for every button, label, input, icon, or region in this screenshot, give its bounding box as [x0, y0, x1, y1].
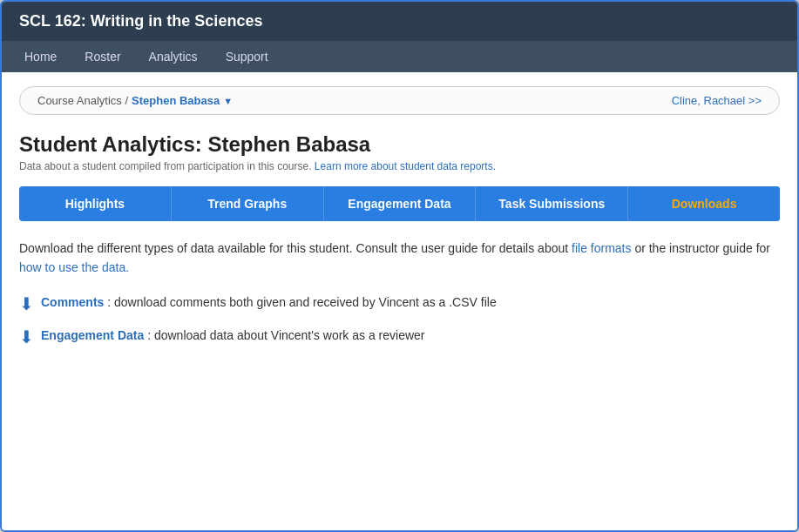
tabs-bar: Highlights Trend Graphs Engagement Data … — [19, 186, 780, 221]
page-subtext-text: Data about a student compiled from parti… — [19, 160, 312, 172]
comments-download-desc: : download comments both given and recei… — [107, 295, 496, 309]
comments-download-link[interactable]: Comments — [41, 295, 104, 309]
download-item-comments: ⬇ Comments : download comments both give… — [19, 295, 780, 314]
breadcrumb: Course Analytics / Stephen Babasa ▼ Clin… — [19, 86, 780, 115]
how-to-use-link[interactable]: how to use the data. — [19, 260, 129, 274]
breadcrumb-current[interactable]: Stephen Babasa — [132, 94, 220, 107]
description-text: Download the different types of data ava… — [19, 239, 780, 278]
nav-support[interactable]: Support — [212, 41, 282, 72]
tab-downloads[interactable]: Downloads — [628, 186, 780, 221]
breadcrumb-next-student[interactable]: Cline, Rachael >> — [672, 94, 762, 107]
breadcrumb-prefix: Course Analytics / — [37, 94, 128, 107]
nav-analytics[interactable]: Analytics — [135, 41, 212, 72]
download-item-engagement: ⬇ Engagement Data : download data about … — [19, 328, 780, 347]
app-header: SCL 162: Writing in the Sciences — [2, 2, 797, 41]
learn-more-link[interactable]: Learn more about student data reports. — [315, 160, 496, 172]
download-item-content-2: Engagement Data : download data about Vi… — [41, 328, 425, 342]
main-content: Course Analytics / Stephen Babasa ▼ Clin… — [2, 72, 797, 530]
breadcrumb-dropdown-arrow[interactable]: ▼ — [223, 96, 233, 106]
page-subtext: Data about a student compiled from parti… — [19, 160, 780, 172]
tab-trend-graphs[interactable]: Trend Graphs — [172, 186, 324, 221]
tab-highlights[interactable]: Highlights — [19, 186, 172, 221]
tab-task-submissions[interactable]: Task Submissions — [476, 186, 628, 221]
download-item-content: Comments : download comments both given … — [41, 295, 497, 309]
download-icon-comments: ⬇ — [19, 293, 34, 314]
nav-home[interactable]: Home — [10, 41, 71, 72]
breadcrumb-left: Course Analytics / Stephen Babasa ▼ — [37, 94, 233, 107]
engagement-download-desc: : download data about Vincent's work as … — [147, 328, 424, 342]
desc-middle: or the instructor guide for — [632, 241, 771, 255]
engagement-download-link[interactable]: Engagement Data — [41, 328, 144, 342]
file-formats-link[interactable]: file formats — [572, 241, 631, 255]
app-container: SCL 162: Writing in the Sciences Home Ro… — [0, 0, 799, 532]
tab-engagement-data[interactable]: Engagement Data — [324, 186, 477, 221]
nav-bar: Home Roster Analytics Support — [2, 41, 797, 72]
app-title: SCL 162: Writing in the Sciences — [19, 12, 262, 30]
nav-roster[interactable]: Roster — [71, 41, 134, 72]
desc-before: Download the different types of data ava… — [19, 241, 572, 255]
page-heading: Student Analytics: Stephen Babasa — [19, 132, 780, 157]
download-icon-engagement: ⬇ — [19, 327, 34, 347]
